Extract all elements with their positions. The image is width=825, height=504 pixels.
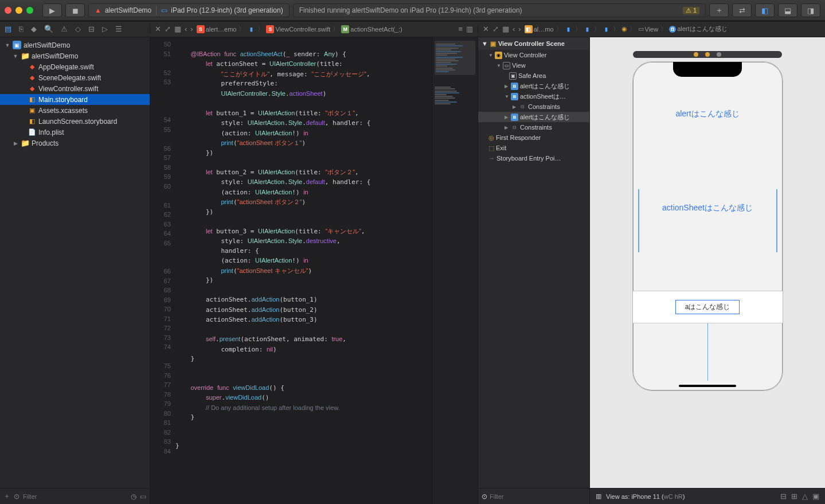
forward-icon[interactable]: ›	[190, 25, 193, 33]
file-row-selected[interactable]: ◧Main.storyboard	[0, 94, 150, 105]
device-preview: alertはこんな感じ actionSheetはこんな感じ aはこんな感じ	[632, 61, 783, 391]
preview-button-actionsheet[interactable]: actionSheetはこんな感じ	[638, 189, 777, 252]
add-editor-button[interactable]: ＋	[709, 3, 729, 17]
breakpoint-navigator-icon[interactable]: ▷	[102, 25, 108, 33]
swift-file-icon: S	[197, 25, 205, 33]
related-items-icon[interactable]: ▦	[502, 25, 509, 33]
file-row[interactable]: ◧LaunchScreen.storyboard	[0, 116, 150, 127]
report-navigator-icon[interactable]: ☰	[115, 25, 122, 33]
line-gutter: 5051 5253 5455 5657585960 6162636465 666…	[150, 37, 175, 504]
outline-toggle-icon[interactable]: ▥	[596, 493, 601, 500]
outline-row[interactable]: ▶Balertはこんな感じ	[478, 81, 589, 91]
project-navigator: ▼▣alertSwiftDemo ▼📁alertSwiftDemo ◆AppDe…	[0, 37, 150, 504]
preview-button-selected[interactable]: aはこんな感じ	[675, 300, 740, 314]
viewas-label[interactable]: View as: iPhone 11 (wC hR)	[606, 493, 685, 500]
outline-footer: ⊙	[478, 488, 589, 504]
scheme-selector[interactable]: ▲ alertSwiftDemo ▭ iPad Pro (12.9-inch) …	[88, 3, 290, 17]
constraint-line	[707, 323, 708, 381]
folder-icon: ▮	[247, 25, 255, 33]
editor-options-icon[interactable]: ≡	[458, 25, 463, 33]
outline-row[interactable]: ▼◉View Controller	[478, 50, 589, 60]
recent-icon[interactable]: ◷	[131, 493, 136, 501]
toggle-left-panel-button[interactable]: ◧	[755, 3, 775, 17]
project-navigator-icon[interactable]: ▤	[5, 25, 11, 33]
scene-header[interactable]: ▼▣View Controller Scene	[478, 37, 589, 50]
embed-icon[interactable]: ▣	[812, 492, 819, 501]
vc-icon: ◉	[621, 25, 627, 33]
device-icon: ▭	[161, 6, 167, 14]
outline-row-selected[interactable]: ▶Balertはこんな感じ	[478, 112, 589, 122]
editor-breadcrumb[interactable]: S alert…emo〉 ▮〉 S ViewController.swift〉 …	[197, 25, 402, 33]
notch	[673, 62, 742, 77]
minimize-window-icon[interactable]	[15, 7, 22, 14]
swift-file-icon: S	[266, 25, 274, 33]
code-content[interactable]: @IBAction func actionSheetAct(_ sender: …	[175, 37, 432, 504]
adjust-editor-icon[interactable]: ▥	[466, 25, 473, 33]
view-icon: ▭	[638, 25, 644, 33]
file-row[interactable]: 📄Info.plist	[0, 127, 150, 138]
file-row[interactable]: ▣Assets.xcassets	[0, 105, 150, 116]
stop-button[interactable]: ◼	[65, 3, 85, 17]
outline-row[interactable]: ▣Safe Area	[478, 71, 589, 81]
close-tab-icon[interactable]: ✕	[483, 25, 489, 33]
scm-icon[interactable]: ▭	[140, 493, 146, 501]
source-control-navigator-icon[interactable]: ⎘	[19, 25, 24, 33]
pin-icon[interactable]: ⊞	[791, 492, 797, 501]
align-icon[interactable]: ⊟	[780, 492, 787, 501]
filter-input[interactable]	[23, 493, 127, 500]
file-row[interactable]: ◆ViewController.swift	[0, 83, 150, 94]
back-icon[interactable]: ‹	[513, 25, 515, 33]
run-button[interactable]: ▶	[42, 3, 62, 17]
code-review-button[interactable]: ⇄	[732, 3, 752, 17]
related-items-icon[interactable]: ▦	[174, 25, 181, 33]
storyboard-icon: ◧	[525, 25, 533, 33]
toggle-right-panel-button[interactable]: ◨	[801, 3, 820, 17]
forward-icon[interactable]: ›	[518, 25, 521, 33]
back-icon[interactable]: ‹	[185, 25, 187, 33]
jump-bar-row: ▤ ⎘ ◆ 🔍 ⚠ ◇ ⊟ ▷ ☰ ✕ ⤢ ▦ ‹ › S alert…emo〉…	[0, 21, 825, 37]
ib-canvas[interactable]: alertはこんな感じ actionSheetはこんな感じ aはこんな感じ ▥ …	[590, 37, 825, 504]
outline-row[interactable]: ▼▭View	[478, 60, 589, 71]
expand-icon[interactable]: ⤢	[165, 25, 171, 33]
project-row[interactable]: ▼▣alertSwiftDemo	[0, 40, 150, 50]
debug-navigator-icon[interactable]: ⊟	[88, 25, 95, 33]
test-navigator-icon[interactable]: ◇	[75, 25, 81, 33]
method-icon: M	[341, 25, 349, 33]
outline-filter-input[interactable]	[490, 493, 586, 500]
add-icon[interactable]: ＋	[3, 491, 10, 501]
folder-icon: ▮	[603, 25, 611, 33]
outline-row[interactable]: →Storyboard Entry Poi…	[478, 153, 589, 163]
outline-row[interactable]: ⬚Exit	[478, 143, 589, 153]
outline-row[interactable]: ▼BactionSheetは…	[478, 91, 589, 101]
selected-button-container: aはこんな感じ	[633, 291, 783, 323]
group-row[interactable]: ▼📁alertSwiftDemo	[0, 50, 150, 61]
outline-row[interactable]: ▶⊟Constraints	[478, 122, 589, 132]
folder-icon: ▮	[584, 25, 592, 33]
symbol-navigator-icon[interactable]: ◆	[31, 25, 37, 33]
products-row[interactable]: ▶📁Products	[0, 138, 150, 149]
file-row[interactable]: ◆AppDelegate.swift	[0, 61, 150, 72]
close-tab-icon[interactable]: ✕	[155, 25, 161, 33]
issue-navigator-icon[interactable]: ⚠	[61, 25, 68, 33]
file-row[interactable]: ◆SceneDelegate.swift	[0, 72, 150, 83]
resolve-icon[interactable]: △	[802, 492, 808, 501]
filter-icon[interactable]: ⊙	[14, 493, 19, 501]
file-tree: ▼▣alertSwiftDemo ▼📁alertSwiftDemo ◆AppDe…	[0, 37, 150, 488]
minimap[interactable]	[432, 37, 478, 504]
scene-dock[interactable]	[633, 51, 782, 58]
ib-breadcrumb[interactable]: ◧ al…mo〉 ▮〉 ▮〉 ▮〉 ◉〉 ▭ View〉 B alertはこんな…	[525, 25, 728, 33]
navigator-tabs: ▤ ⎘ ◆ 🔍 ⚠ ◇ ⊟ ▷ ☰	[0, 25, 150, 33]
outline-row[interactable]: ▶⊟Constraints	[478, 101, 589, 112]
zoom-window-icon[interactable]	[26, 7, 33, 14]
expand-icon[interactable]: ⤢	[492, 25, 499, 33]
filter-icon[interactable]: ⊙	[482, 493, 487, 501]
outline-row[interactable]: ◎First Responder	[478, 132, 589, 143]
toggle-bottom-panel-button[interactable]: ⬓	[778, 3, 797, 17]
activity-status: Finished running alertSwiftDemo on iPad …	[293, 3, 706, 17]
navigator-footer: ＋ ⊙ ◷ ▭	[0, 488, 150, 504]
warning-badge[interactable]: ⚠ 1	[683, 7, 699, 14]
find-navigator-icon[interactable]: 🔍	[44, 25, 53, 33]
close-window-icon[interactable]	[5, 7, 11, 14]
preview-button-alert[interactable]: alertはこんな感じ	[675, 109, 739, 119]
ib-jump-bar: ✕ ⤢ ▦ ‹ › ◧ al…mo〉 ▮〉 ▮〉 ▮〉 ◉〉 ▭ View〉 B…	[478, 25, 825, 33]
